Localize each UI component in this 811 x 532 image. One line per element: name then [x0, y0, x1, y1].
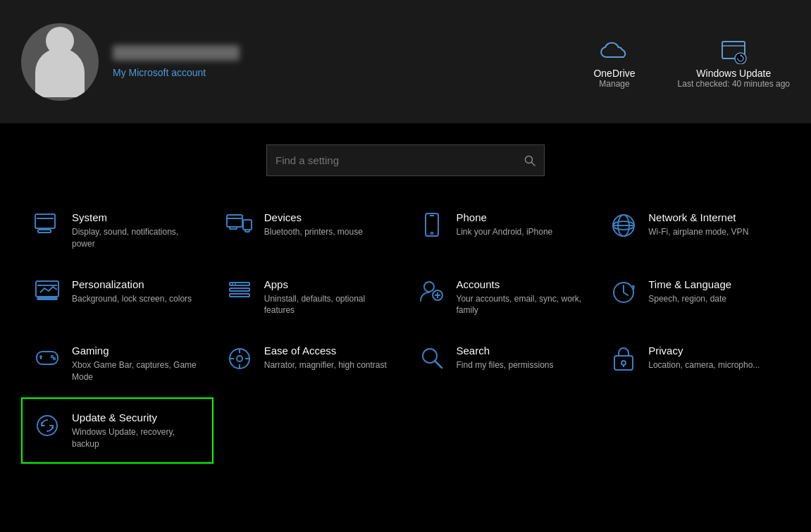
network-icon [609, 213, 638, 238]
setting-item-apps[interactable]: Apps Uninstall, defaults, optional featu… [213, 264, 406, 331]
personalization-text: Personalization Background, lock screen,… [72, 278, 192, 305]
svg-rect-12 [230, 227, 237, 229]
network-desc: Wi-Fi, airplane mode, VPN [648, 226, 748, 238]
svg-rect-9 [227, 215, 242, 227]
header: My Microsoft account OneDrive Manage [0, 0, 811, 123]
svg-rect-49 [614, 356, 633, 370]
windows-update-button[interactable]: Windows Update Last checked: 40 minutes … [678, 35, 790, 89]
setting-item-phone[interactable]: Phone Link your Android, iPhone [406, 197, 598, 264]
gaming-desc: Xbox Game Bar, captures, Game Mode [72, 359, 202, 383]
setting-item-time[interactable]: Time & Language Speech, region, date [598, 264, 790, 331]
onedrive-icon [600, 35, 629, 65]
ease-desc: Narrator, magnifier, high contrast [264, 359, 387, 371]
setting-item-network[interactable]: Network & Internet Wi-Fi, airplane mode,… [598, 197, 790, 264]
search-box [266, 144, 545, 176]
accounts-text: Accounts Your accounts, email, sync, wor… [457, 278, 586, 317]
apps-desc: Uninstall, defaults, optional features [264, 293, 394, 317]
phone-icon [418, 213, 446, 237]
update-text: Update & Security Windows Update, recove… [72, 412, 202, 450]
time-title: Time & Language [648, 278, 731, 290]
header-right-icons: OneDrive Manage Windows Update Last chec… [593, 35, 790, 89]
devices-title: Devices [264, 211, 363, 223]
windows-update-title: Windows Update [696, 68, 771, 79]
setting-item-search[interactable]: Search Find my files, permissions [406, 330, 598, 397]
ease-text: Ease of Access Narrator, magnifier, high… [264, 345, 387, 371]
search-icon[interactable] [524, 154, 535, 167]
svg-rect-11 [245, 230, 249, 232]
svg-point-42 [237, 356, 242, 361]
update-title: Update & Security [72, 412, 202, 423]
search-icon [418, 346, 446, 370]
svg-rect-10 [243, 220, 252, 230]
my-microsoft-account-link[interactable]: My Microsoft account [113, 67, 206, 78]
windows-update-icon [719, 35, 748, 65]
apps-icon [225, 280, 254, 302]
devices-text: Devices Bluetooth, printers, mouse [264, 211, 363, 238]
devices-desc: Bluetooth, printers, mouse [264, 226, 363, 238]
setting-item-devices[interactable]: Devices Bluetooth, printers, mouse [213, 197, 406, 264]
search-text: Search Find my files, permissions [457, 345, 554, 371]
accounts-title: Accounts [457, 278, 586, 290]
svg-rect-26 [230, 294, 249, 297]
phone-desc: Link your Android, iPhone [457, 226, 553, 238]
apps-title: Apps [264, 278, 394, 290]
svg-point-16 [431, 233, 433, 235]
system-icon [33, 213, 61, 234]
search-title: Search [457, 345, 554, 357]
setting-item-ease[interactable]: Ease of Access Narrator, magnifier, high… [213, 330, 406, 397]
setting-item-personalization[interactable]: Personalization Background, lock screen,… [21, 264, 213, 331]
system-text: System Display, sound, notifications, po… [72, 211, 202, 250]
network-text: Network & Internet Wi-Fi, airplane mode,… [648, 211, 748, 238]
svg-rect-7 [38, 230, 51, 233]
onedrive-subtitle: Manage [599, 79, 629, 89]
privacy-desc: Location, camera, micropho... [648, 359, 760, 371]
personalization-title: Personalization [72, 278, 192, 290]
system-desc: Display, sound, notifications, power [72, 226, 202, 250]
gaming-title: Gaming [72, 345, 202, 357]
apps-text: Apps Uninstall, defaults, optional featu… [264, 278, 394, 317]
svg-rect-27 [233, 283, 235, 285]
search-desc: Find my files, permissions [457, 359, 554, 371]
setting-item-privacy[interactable]: Privacy Location, camera, micropho... [598, 330, 790, 397]
svg-point-39 [51, 356, 54, 358]
svg-point-52 [37, 416, 57, 435]
search-input[interactable] [276, 154, 524, 166]
privacy-text: Privacy Location, camera, micropho... [648, 345, 760, 371]
svg-point-40 [54, 358, 56, 360]
ease-title: Ease of Access [264, 345, 387, 357]
svg-line-34 [624, 292, 628, 295]
update-icon [33, 413, 61, 438]
search-container [0, 123, 811, 190]
gaming-text: Gaming Xbox Game Bar, captures, Game Mod… [72, 345, 202, 383]
setting-item-gaming[interactable]: Gaming Xbox Game Bar, captures, Game Mod… [21, 330, 213, 397]
windows-update-subtitle: Last checked: 40 minutes ago [678, 79, 790, 89]
phone-title: Phone [457, 211, 553, 223]
svg-line-48 [435, 361, 442, 368]
system-title: System [72, 211, 202, 223]
personalization-icon [33, 280, 61, 301]
svg-point-28 [424, 282, 434, 292]
gaming-icon [33, 346, 61, 369]
avatar [21, 23, 99, 101]
account-info: My Microsoft account [113, 45, 240, 79]
setting-item-system[interactable]: System Display, sound, notifications, po… [21, 197, 213, 264]
onedrive-title: OneDrive [593, 68, 635, 79]
network-title: Network & Internet [648, 211, 748, 223]
personalization-desc: Background, lock screen, colors [72, 293, 192, 305]
devices-icon [225, 213, 254, 234]
svg-point-50 [621, 361, 626, 365]
account-name-blurred [113, 45, 240, 61]
accounts-icon [418, 280, 446, 304]
svg-rect-5 [35, 214, 55, 228]
setting-item-update[interactable]: Update & Security Windows Update, recove… [21, 397, 213, 464]
setting-item-accounts[interactable]: Accounts Your accounts, email, sync, wor… [406, 264, 598, 331]
settings-grid: System Display, sound, notifications, po… [0, 190, 811, 471]
ease-icon [225, 346, 254, 371]
svg-rect-22 [37, 298, 57, 299]
time-text: Time & Language Speech, region, date [648, 278, 731, 305]
accounts-desc: Your accounts, email, sync, work, family [457, 293, 586, 317]
time-desc: Speech, region, date [648, 293, 731, 305]
onedrive-button[interactable]: OneDrive Manage [593, 35, 635, 89]
privacy-title: Privacy [648, 345, 760, 357]
time-icon [609, 280, 638, 305]
